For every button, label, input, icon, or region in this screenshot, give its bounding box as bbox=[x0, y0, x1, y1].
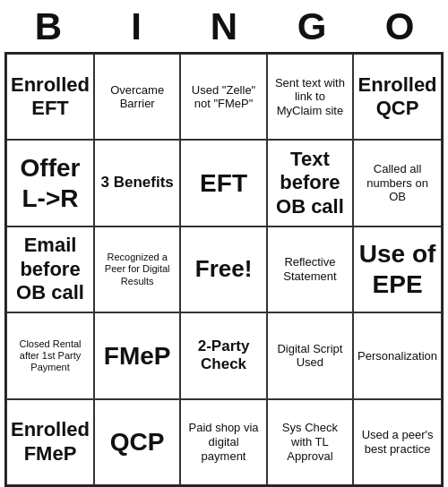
cell-21[interactable]: QCP bbox=[94, 399, 180, 485]
title-o: O bbox=[368, 5, 431, 48]
cell-23[interactable]: Sys Check with TL Approval bbox=[267, 399, 353, 485]
cell-16[interactable]: FMeP bbox=[94, 312, 180, 398]
cell-11[interactable]: Recognized a Peer for Digital Results bbox=[94, 226, 180, 312]
bingo-grid: Enrolled EFTOvercame BarrierUsed "Zelle"… bbox=[4, 52, 444, 487]
cell-7[interactable]: EFT bbox=[180, 140, 266, 226]
cell-19[interactable]: Personalization bbox=[353, 312, 442, 398]
cell-24[interactable]: Used a peer's best practice bbox=[353, 399, 442, 485]
cell-20[interactable]: Enrolled FMeP bbox=[6, 399, 94, 485]
cell-12[interactable]: Free! bbox=[180, 226, 266, 312]
cell-10[interactable]: Email before OB call bbox=[6, 226, 94, 312]
cell-4[interactable]: Enrolled QCP bbox=[353, 54, 442, 140]
cell-13[interactable]: Reflective Statement bbox=[267, 226, 353, 312]
title-b: B bbox=[17, 5, 80, 48]
cell-9[interactable]: Called all numbers on OB bbox=[353, 140, 442, 226]
cell-0[interactable]: Enrolled EFT bbox=[6, 54, 94, 140]
title-g: G bbox=[280, 5, 343, 48]
cell-18[interactable]: Digital Script Used bbox=[267, 312, 353, 398]
cell-15[interactable]: Closed Rental after 1st Party Payment bbox=[6, 312, 94, 398]
cell-3[interactable]: Sent text with link to MyClaim site bbox=[267, 54, 353, 140]
title-i: I bbox=[105, 5, 168, 48]
bingo-title: B I N G O bbox=[4, 0, 444, 52]
cell-17[interactable]: 2-Party Check bbox=[180, 312, 266, 398]
title-n: N bbox=[193, 5, 255, 48]
cell-22[interactable]: Paid shop via digital payment bbox=[180, 399, 266, 485]
cell-8[interactable]: Text before OB call bbox=[267, 140, 353, 226]
cell-5[interactable]: Offer L->R bbox=[6, 140, 94, 226]
cell-6[interactable]: 3 Benefits bbox=[94, 140, 180, 226]
cell-1[interactable]: Overcame Barrier bbox=[94, 54, 180, 140]
cell-2[interactable]: Used "Zelle" not "FMeP" bbox=[180, 54, 266, 140]
cell-14[interactable]: Use of EPE bbox=[353, 226, 442, 312]
